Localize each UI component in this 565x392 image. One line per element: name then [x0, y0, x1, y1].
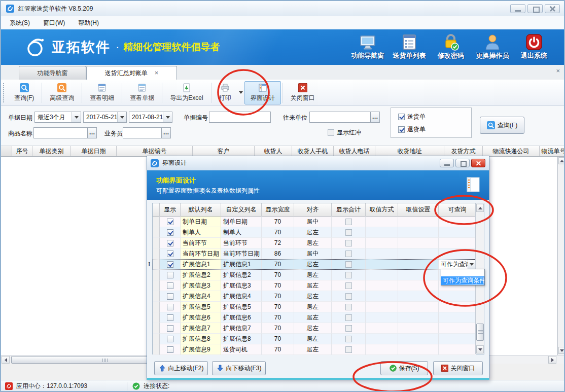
value-setting-cell[interactable]	[398, 302, 439, 312]
checkbox-icon[interactable]	[167, 346, 173, 353]
dialog-table-row[interactable]: 扩展信息1扩展信息170居左可作为查询条件	[153, 259, 476, 270]
scroll-down-button[interactable]	[476, 345, 484, 353]
custom-column-name-cell[interactable]: 扩展信息7	[221, 323, 262, 334]
custom-column-name-cell[interactable]: 当前环节日期	[221, 248, 262, 259]
row-indicator[interactable]	[153, 334, 160, 344]
checkbox-icon[interactable]	[345, 314, 352, 321]
custom-column-name-cell[interactable]: 送货司机	[221, 344, 262, 355]
view-document-button[interactable]: 查看单据	[124, 81, 160, 104]
value-method-cell[interactable]	[366, 291, 398, 302]
dialog-column-header[interactable]: 显示宽度	[262, 203, 294, 217]
row-indicator[interactable]	[153, 248, 160, 259]
menu-system[interactable]: 系统(S)	[3, 17, 37, 29]
dialog-column-header[interactable]: 取值方式	[366, 203, 398, 217]
value-method-cell[interactable]	[366, 270, 398, 280]
nav-window-button[interactable]: 功能导航窗	[347, 32, 389, 60]
custom-column-name-cell[interactable]: 扩展信息8	[221, 334, 262, 344]
dialog-maximize-button[interactable]	[455, 159, 470, 167]
queryable-cell[interactable]	[439, 302, 476, 312]
default-column-name-cell[interactable]: 扩展信息7	[181, 323, 221, 334]
value-setting-cell[interactable]	[398, 334, 439, 344]
row-indicator[interactable]	[153, 280, 160, 291]
value-method-cell[interactable]	[366, 344, 398, 355]
checkbox-checked-icon[interactable]	[398, 114, 405, 120]
date-to-select[interactable]: 2017-08-21	[129, 112, 172, 123]
tab-close-icon[interactable]: ×	[155, 69, 159, 77]
checkbox-icon[interactable]	[345, 293, 352, 300]
scroll-down-button[interactable]	[558, 347, 565, 354]
custom-column-name-cell[interactable]: 扩展信息1	[221, 259, 262, 270]
checkbox-checked-icon[interactable]	[167, 219, 173, 225]
query-button[interactable]: 查询(F)	[8, 81, 40, 104]
dialog-column-header[interactable]: 可查询	[439, 203, 476, 217]
tab-delivery-summary[interactable]: 送货汇总对账单×	[86, 66, 177, 80]
value-setting-cell[interactable]	[398, 248, 439, 259]
minimize-button[interactable]	[510, 4, 525, 13]
custom-column-name-cell[interactable]: 制单人	[221, 227, 262, 238]
dialog-table-row[interactable]: 扩展信息7扩展信息770居左	[153, 323, 476, 334]
display-width-cell[interactable]: 70	[262, 334, 294, 344]
exit-system-button[interactable]: 退出系统	[513, 32, 555, 60]
display-width-cell[interactable]: 70	[262, 280, 294, 291]
value-method-cell[interactable]	[366, 334, 398, 344]
queryable-cell[interactable]	[439, 238, 476, 248]
checkbox-icon[interactable]	[167, 325, 173, 332]
dialog-table-row[interactable]: 扩展信息5扩展信息570居左	[153, 302, 476, 312]
checkbox-icon[interactable]	[345, 336, 352, 342]
row-indicator[interactable]	[153, 323, 160, 334]
checkbox-icon[interactable]	[345, 304, 352, 310]
move-up-button[interactable]: 向上移动(F2)	[154, 361, 208, 375]
grid-column-header[interactable]: 收货人	[255, 146, 292, 157]
alignment-cell[interactable]: 居左	[294, 238, 332, 248]
row-indicator[interactable]	[153, 217, 160, 227]
value-setting-cell[interactable]	[398, 291, 439, 302]
alignment-cell[interactable]: 居左	[294, 323, 332, 334]
queryable-cell[interactable]	[439, 323, 476, 334]
checkbox-icon[interactable]	[345, 219, 352, 225]
delivery-checkbox[interactable]: 送货单	[398, 113, 426, 121]
scroll-left-button[interactable]	[2, 356, 10, 364]
dialog-table-row[interactable]: 扩展信息8扩展信息870居左	[153, 334, 476, 344]
tab-nav-window[interactable]: 功能导航窗	[19, 66, 86, 80]
dialog-table-row[interactable]: 扩展信息9送货司机70居左	[153, 344, 476, 355]
dialog-column-header[interactable]: 显示合计	[332, 203, 366, 217]
value-method-cell[interactable]	[366, 227, 398, 238]
default-column-name-cell[interactable]: 扩展信息8	[181, 334, 221, 344]
dialog-table-row[interactable]: 当前环节日期当前环节日期86居中	[153, 248, 476, 259]
alignment-cell[interactable]: 居左	[294, 259, 332, 270]
dialog-column-header[interactable]: 取值设置	[398, 203, 439, 217]
dialog-column-header[interactable]: 自定义列名	[221, 203, 262, 217]
default-column-name-cell[interactable]: 扩展信息5	[181, 302, 221, 312]
dropdown-button[interactable]	[117, 112, 126, 122]
dialog-close-button[interactable]	[471, 159, 485, 167]
value-setting-cell[interactable]	[398, 227, 439, 238]
default-column-name-cell[interactable]: 当前环节	[181, 238, 221, 248]
row-indicator[interactable]	[153, 238, 160, 248]
checkbox-icon[interactable]	[345, 282, 352, 289]
scrollbar-thumb[interactable]	[476, 324, 484, 341]
alignment-cell[interactable]: 居左	[294, 302, 332, 312]
default-column-name-cell[interactable]: 扩展信息1	[181, 259, 221, 270]
row-indicator[interactable]	[153, 291, 160, 302]
custom-column-name-cell[interactable]: 扩展信息2	[221, 270, 262, 280]
checkbox-icon[interactable]	[167, 336, 173, 342]
dropdown-empty-option[interactable]	[441, 269, 484, 276]
value-method-cell[interactable]	[366, 302, 398, 312]
checkbox-icon[interactable]	[345, 272, 352, 278]
custom-column-name-cell[interactable]: 扩展信息5	[221, 302, 262, 312]
dialog-table-row[interactable]: 扩展信息6扩展信息670居左	[153, 312, 476, 323]
value-method-cell[interactable]	[366, 248, 398, 259]
tabstrip-close-icon[interactable]: ×	[556, 67, 560, 75]
custom-column-name-cell[interactable]: 扩展信息6	[221, 312, 262, 323]
grid-column-header[interactable]: 单据类别	[32, 146, 71, 157]
dialog-table-row[interactable]: 扩展信息2扩展信息270居左	[153, 270, 476, 280]
default-column-name-cell[interactable]: 扩展信息3	[181, 280, 221, 291]
dialog-column-header[interactable]: 默认列名	[181, 203, 221, 217]
checkbox-icon[interactable]	[345, 229, 352, 236]
checkbox-icon[interactable]	[345, 325, 352, 332]
dropdown-button[interactable]	[72, 112, 81, 122]
custom-column-name-cell[interactable]: 扩展信息4	[221, 291, 262, 302]
dialog-table-row[interactable]: 扩展信息3扩展信息370居左	[153, 280, 476, 291]
checkbox-icon[interactable]	[167, 282, 173, 289]
checkbox-icon[interactable]	[345, 346, 352, 353]
